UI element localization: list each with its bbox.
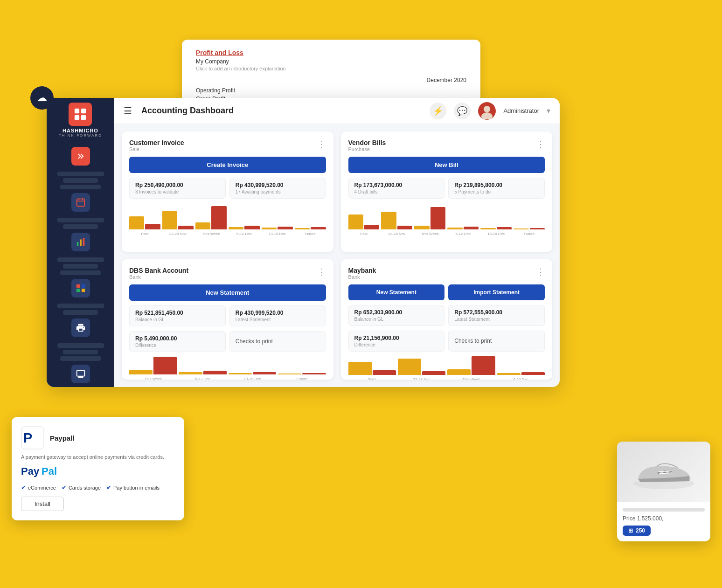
svg-rect-14 [81,289,84,292]
logo-tagline: THINK FORWARD [59,133,102,138]
vb-bar-future-y [514,228,528,229]
sidebar-nav-items-2 [47,218,114,229]
new-bill-button[interactable]: New Bill [348,157,545,173]
bar-week-yellow [195,222,210,229]
mb-bar-nov-y [398,359,421,375]
dbs-bank-title: DBS Bank Account [129,267,188,274]
bar-dec6-yellow [229,227,243,229]
sidebar-item-fast-forward[interactable] [71,147,90,166]
label-past: Past [129,232,160,236]
dbs-latest-statement: Rp 430,999,520.00 Latest Statement [229,305,326,326]
customer-invoice-menu[interactable]: ⋮ [318,139,326,149]
page-title: Accounting Dashboard [141,106,424,116]
paypal-title: Paypall [50,434,75,442]
dbs-bank-menu[interactable]: ⋮ [318,267,326,277]
vb-bar-past-y [348,214,363,229]
invoices-validate-label: 3 Invoices to validate [135,189,220,194]
sidebar: HASHMICRO THINK FORWARD [47,98,114,387]
sidebar-item-calendar[interactable] [71,193,90,212]
maybank-difference: Rp 21,156,900.00 Difference [348,331,445,352]
maybank-latest-statement: Rp 572,555,900.00 Latest Statement [448,305,545,326]
svg-text:P: P [23,430,32,445]
logo-name: HASHMICRO [62,128,98,133]
topbar: ☰ Accounting Dashboard ⚡ 💬 Administrator… [114,98,560,124]
sidebar-icons [47,147,114,387]
create-invoice-button[interactable]: Create Invoice [129,157,326,173]
customer-invoice-subtitle: Sale [129,146,184,152]
bar-week-red [211,206,226,229]
sidebar-nav-items [47,172,114,189]
vb-bar-nov-r [397,226,412,229]
payments-todo-label: 5 Payments to do [454,189,539,194]
dbs-bar-dec13-y [229,373,252,374]
invoices-to-validate: Rp 250,490,000.00 3 Invoices to validate [129,178,226,199]
bar-dec13-yellow [262,228,277,229]
dbs-latest-statement-label: Latest Statement [236,317,320,322]
vb-bar-future-r [530,228,545,229]
chat-icon-btn[interactable]: 💬 [454,103,471,119]
sidebar-nav-item [57,304,104,308]
vendor-bills-stats: Rp 173,673,000.00 4 Draft bills Rp 219,8… [348,178,545,199]
maybank-import-statement-button[interactable]: Import Statement [448,284,545,300]
dbs-bar-future-r [302,373,326,374]
customer-invoice-stats: Rp 250,490,000.00 3 Invoices to validate… [129,178,326,199]
maybank-stats-bottom: Rp 21,156,900.00 Difference Checks to pr… [348,331,545,352]
vendor-bills-menu[interactable]: ⋮ [536,139,545,149]
customer-invoice-chart: Past 22-28 Nov This Week 6-12 Dec 13-19 … [129,203,326,236]
dbs-new-statement-button[interactable]: New Statement [129,284,326,301]
dbs-balance-gl-amount: Rp 521,851,450.00 [135,310,220,316]
maybank-balance-gl-label: Balance in GL [354,317,439,322]
sidebar-nav-item [60,185,101,189]
bar-dec13-red [278,227,292,229]
vb-bar-dec13-r [497,227,512,229]
admin-chevron[interactable]: ▾ [547,106,550,115]
svg-rect-12 [81,284,84,288]
dbs-difference-label: Difference [135,343,220,348]
lightning-icon-btn[interactable]: ⚡ [430,103,446,119]
maybank-new-statement-button[interactable]: New Statement [348,284,445,300]
chart-labels-maybank: Past 22-28 Nov This Week 6-12 Dec [348,377,545,380]
paypal-feature-ecommerce-label: eCommerce [28,485,56,491]
paypal-brand-logo: Pay Pal [21,464,175,479]
mb-chart-week [447,356,495,375]
sidebar-nav-items-5 [47,343,114,361]
profit-loss-title[interactable]: Profit and Loss [196,49,466,56]
dbs-bar-dec6-r [203,371,227,374]
chart-group-nov [162,211,194,229]
paypal-install-button[interactable]: Install [21,497,64,511]
user-avatar [478,102,496,120]
customer-invoice-title: Customer Invoice [129,139,184,146]
sidebar-item-print[interactable] [71,318,90,337]
dbs-label-week: This Week [129,377,177,380]
maybank-chart: Past 22-28 Nov This Week 6-12 Dec [348,356,545,380]
mb-bar-week-y [447,369,471,375]
sidebar-item-monitor[interactable] [71,365,90,383]
mb-label-nov: 22-28 Nov [398,377,445,380]
vendor-bills-chart: Past 22-28 Nov This Week 6-12 Dec 13-19 … [348,203,545,236]
sidebar-item-chart[interactable] [71,233,90,251]
menu-icon[interactable]: ☰ [124,105,132,117]
vb-label-week: This Week [414,232,445,236]
vb-bar-dec6-y [447,228,462,229]
maybank-header: Maybank Bank ⋮ [348,267,545,280]
dbs-bank-card: DBS Bank Account Bank ⋮ New Statement Rp… [122,259,333,380]
maybank-latest-label: Latest Statement [454,317,539,322]
product-price: Price 1.525.000, [623,515,705,522]
maybank-latest-amount: Rp 572,555,900.00 [454,309,539,316]
bar-future-red [311,227,326,229]
svg-rect-2 [75,115,79,120]
check-cards-icon: ✔ [62,484,67,491]
dbs-bank-header: DBS Bank Account Bank ⋮ [129,267,326,280]
sidebar-item-list[interactable] [71,279,90,297]
svg-rect-9 [80,240,82,246]
draft-bills-amount: Rp 173,673,000.00 [354,182,439,188]
maybank-menu[interactable]: ⋮ [536,267,545,277]
main-window: HASHMICRO THINK FORWARD [47,98,560,387]
dbs-stats-top: Rp 521,851,450.00 Balance in GL Rp 430,9… [129,305,326,326]
awaiting-payments: Rp 430,999,520.00 17 Awaiting payments [229,178,326,199]
chart-group-past [129,216,160,229]
maybank-balance-gl-amount: Rp 652,303,900.00 [354,309,439,316]
dbs-label-dec13: 13-19 Dec [229,377,276,380]
payments-todo-amount: Rp 219,895,800.00 [454,182,539,188]
dbs-balance-gl: Rp 521,851,450.00 Balance in GL [129,305,226,326]
